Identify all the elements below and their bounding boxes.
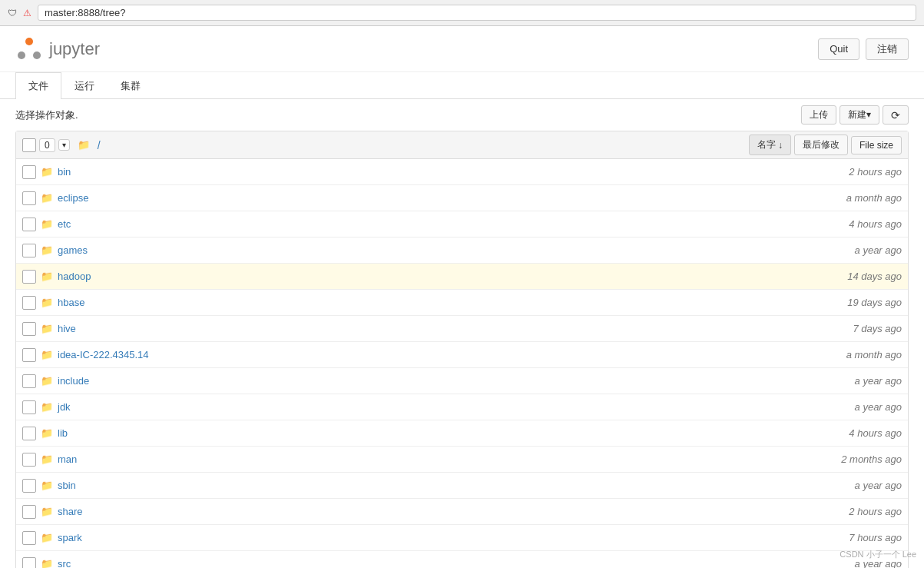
table-row: 📁 eclipse a month ago (16, 185, 908, 211)
row-checkbox[interactable] (22, 218, 36, 231)
row-checkbox[interactable] (22, 322, 36, 336)
file-modified-time: 4 hours ago (787, 218, 902, 230)
table-row: 📁 hadoop 14 days ago (16, 264, 908, 290)
table-row: 📁 include a year ago (16, 368, 908, 394)
selected-count[interactable]: 0 (39, 138, 55, 152)
address-bar[interactable]: master:8888/tree? (38, 5, 916, 21)
svg-point-2 (33, 51, 41, 59)
file-name-link[interactable]: include (58, 375, 787, 387)
table-row: 📁 bin 2 hours ago (16, 159, 908, 185)
folder-icon: 📁 (41, 271, 53, 282)
new-button[interactable]: 新建▾ (840, 105, 879, 125)
jupyter-logo-icon (15, 35, 43, 63)
file-name-link[interactable]: etc (58, 218, 787, 230)
file-name-link[interactable]: bin (58, 166, 787, 178)
row-checkbox[interactable] (22, 400, 36, 414)
folder-icon: 📁 (41, 427, 53, 439)
file-modified-time: 19 days ago (787, 297, 902, 308)
row-checkbox[interactable] (22, 531, 36, 545)
row-checkbox[interactable] (22, 348, 36, 362)
shield-icon: 🛡 (8, 8, 17, 18)
logo-text: jupyter (49, 39, 100, 59)
quit-button[interactable]: Quit (818, 38, 859, 60)
svg-point-0 (25, 38, 33, 45)
tabs-bar: 文件 运行 集群 (0, 72, 924, 99)
file-modified-time: a month ago (787, 192, 902, 204)
col-size-header[interactable]: File size (851, 136, 902, 154)
table-row: 📁 man 2 months ago (16, 447, 908, 473)
file-name-link[interactable]: idea-IC-222.4345.14 (58, 349, 787, 360)
table-row: 📁 idea-IC-222.4345.14 a month ago (16, 342, 908, 368)
file-name-link[interactable]: games (58, 244, 787, 256)
file-modified-time: 4 hours ago (787, 427, 902, 439)
table-header-row: 0 ▾ 📁 / 名字 ↓ 最后修改 File size (16, 131, 908, 159)
table-row: 📁 hbase 19 days ago (16, 290, 908, 316)
folder-icon: 📁 (41, 349, 53, 360)
table-row: 📁 share 2 hours ago (16, 499, 908, 525)
file-name-link[interactable]: lib (58, 427, 787, 439)
app-container: jupyter Quit 注销 文件 运行 集群 选择操作对象. 上传 新建▾ … (0, 26, 924, 568)
file-modified-time: 2 hours ago (787, 506, 902, 517)
file-modified-time: a month ago (787, 349, 902, 360)
row-checkbox[interactable] (22, 505, 36, 519)
file-modified-time: 2 hours ago (787, 166, 902, 178)
folder-icon: 📁 (41, 244, 53, 256)
row-checkbox[interactable] (22, 557, 36, 569)
file-modified-time: a year ago (787, 244, 902, 256)
row-checkbox[interactable] (22, 374, 36, 388)
header-buttons: Quit 注销 (818, 38, 909, 60)
toolbar-right: 上传 新建▾ ⟳ (801, 105, 909, 125)
row-checkbox[interactable] (22, 427, 36, 440)
row-checkbox[interactable] (22, 270, 36, 284)
upload-button[interactable]: 上传 (801, 105, 836, 125)
table-row: 📁 hive 7 days ago (16, 316, 908, 342)
row-checkbox[interactable] (22, 165, 36, 179)
row-checkbox[interactable] (22, 453, 36, 467)
file-name-link[interactable]: hive (58, 323, 787, 334)
file-name-link[interactable]: share (58, 506, 787, 517)
file-name-link[interactable]: spark (58, 532, 787, 543)
folder-icon: 📁 (41, 453, 53, 465)
table-row: 📁 games a year ago (16, 237, 908, 264)
row-checkbox[interactable] (22, 479, 36, 493)
tab-clusters[interactable]: 集群 (108, 72, 154, 99)
toolbar: 选择操作对象. 上传 新建▾ ⟳ (0, 99, 924, 131)
tab-files[interactable]: 文件 (15, 72, 61, 99)
folder-icon: 📁 (41, 480, 53, 491)
file-name-link[interactable]: src (58, 558, 787, 568)
table-row: 📁 src a year ago (16, 551, 908, 568)
file-name-link[interactable]: man (58, 453, 787, 465)
table-header-right: 名字 ↓ 最后修改 File size (746, 135, 902, 155)
table-row: 📁 lib 4 hours ago (16, 420, 908, 447)
file-table: 0 ▾ 📁 / 名字 ↓ 最后修改 File size 📁 (15, 131, 909, 568)
row-checkbox[interactable] (22, 244, 36, 257)
file-modified-time: a year ago (787, 480, 902, 491)
folder-icon: 📁 (41, 192, 53, 204)
file-modified-time: a year ago (787, 375, 902, 387)
file-name-link[interactable]: jdk (58, 401, 787, 413)
svg-point-1 (18, 51, 25, 59)
refresh-button[interactable]: ⟳ (883, 105, 909, 125)
folder-icon: 📁 (41, 297, 53, 308)
row-checkbox[interactable] (22, 191, 36, 205)
col-name-header[interactable]: 名字 ↓ (749, 135, 791, 155)
folder-icon: 📁 (41, 558, 53, 568)
file-name-link[interactable]: eclipse (58, 192, 787, 204)
file-name-link[interactable]: hadoop (58, 271, 787, 282)
folder-icon: 📁 (41, 166, 53, 178)
tab-running[interactable]: 运行 (61, 72, 108, 99)
row-checkbox[interactable] (22, 296, 36, 310)
file-modified-time: a year ago (787, 401, 902, 413)
header: jupyter Quit 注销 (0, 26, 924, 72)
col-modified-header[interactable]: 最后修改 (794, 135, 848, 155)
file-modified-time: 2 months ago (787, 453, 902, 465)
select-label: 选择操作对象. (15, 108, 78, 122)
select-all-checkbox[interactable] (22, 138, 36, 152)
count-dropdown[interactable]: ▾ (58, 139, 70, 151)
login-button[interactable]: 注销 (866, 38, 909, 60)
file-name-link[interactable]: hbase (58, 297, 787, 308)
table-row: 📁 sbin a year ago (16, 473, 908, 499)
folder-icon: 📁 (41, 218, 53, 230)
file-name-link[interactable]: sbin (58, 480, 787, 491)
folder-icon: 📁 (41, 323, 53, 334)
